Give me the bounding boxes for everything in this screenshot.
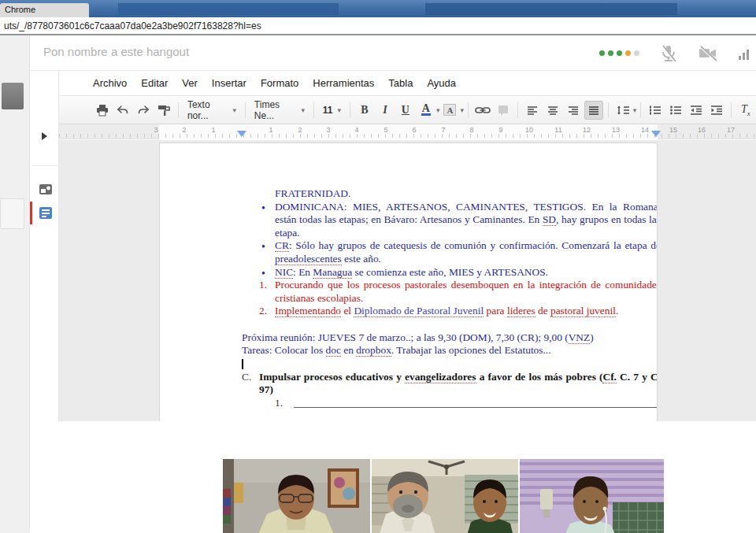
insert-link-button[interactable] xyxy=(473,101,492,120)
doc-bullet-item: DOMINICANA: MIES, ARTESANOS, CAMINANTES,… xyxy=(242,201,658,240)
docs-app-icon[interactable] xyxy=(39,207,52,219)
doc-heading: FRATERNIDAD. xyxy=(275,187,658,201)
capture-app-icon[interactable] xyxy=(39,183,52,198)
window-titlebar[interactable]: Chrome xyxy=(0,0,756,17)
signal-bars-icon xyxy=(739,46,750,61)
align-justify-button[interactable] xyxy=(584,101,603,120)
doc-numbered-item: 1.Procurando que los procesos pastorales… xyxy=(242,279,658,305)
bulleted-list-button[interactable] xyxy=(666,101,685,120)
numbered-list-button[interactable] xyxy=(646,101,665,120)
ruler-number: 15 xyxy=(669,126,677,134)
paragraph-style-dropdown[interactable]: Texto nor...▾ xyxy=(183,101,241,120)
highlight-color-button[interactable]: A xyxy=(440,101,459,120)
video-thumbnail-2[interactable] xyxy=(372,459,518,533)
menu-herramientas[interactable]: Herramientas xyxy=(306,74,381,92)
video-thumbnail-3[interactable] xyxy=(520,459,664,533)
participants-rail xyxy=(0,35,30,533)
active-app-indicator xyxy=(30,202,32,224)
align-left-button[interactable] xyxy=(523,101,542,120)
ruler-number: 2 xyxy=(182,126,186,134)
print-button[interactable] xyxy=(93,101,112,120)
text-cursor xyxy=(242,359,243,369)
menu-archivo[interactable]: Archivo xyxy=(86,74,134,92)
video-thumbnail-1[interactable] xyxy=(223,459,370,533)
menu-ayuda[interactable]: Ayuda xyxy=(420,74,463,92)
connection-dot xyxy=(625,50,631,56)
indent-marker-left[interactable] xyxy=(237,131,246,137)
window-title: Chrome xyxy=(0,3,89,17)
menu-insertar[interactable]: Insertar xyxy=(205,74,254,92)
ruler-number: 14 xyxy=(641,126,649,134)
blank-line xyxy=(294,407,658,408)
hangout-window: Archivo Editar Ver Insertar Formato Herr… xyxy=(0,35,756,529)
bold-button[interactable]: B xyxy=(355,101,374,120)
indent-marker-right[interactable] xyxy=(651,131,661,137)
ruler-number: 9 xyxy=(498,126,502,134)
docs-menubar: Archivo Editar Ver Insertar Formato Herr… xyxy=(59,71,756,95)
participants-center-video xyxy=(372,459,518,533)
expand-panel-icon[interactable] xyxy=(42,132,47,140)
chevron-down-icon: ▾ xyxy=(232,106,236,114)
ruler-number: 4 xyxy=(354,126,358,134)
camera-muted-icon[interactable] xyxy=(698,45,718,62)
connection-quality-indicator xyxy=(599,50,639,56)
background-window-strip xyxy=(425,3,677,15)
address-bar[interactable]: uts/_/8778073601c6c7caaa07da0e2a3be902f7… xyxy=(0,17,756,35)
rail-divider xyxy=(32,165,57,166)
self-video-placeholder[interactable] xyxy=(2,83,24,109)
align-right-button[interactable] xyxy=(564,101,583,120)
ruler-number: 11 xyxy=(554,126,561,134)
undo-button[interactable] xyxy=(113,101,132,120)
screen: Chrome uts/_/8778073601c6c7caaa07da0e2a3… xyxy=(0,0,756,533)
ruler-number: 16 xyxy=(698,126,706,134)
increase-indent-button[interactable] xyxy=(707,101,726,120)
ruler-number: 12 xyxy=(583,126,591,134)
connection-dot xyxy=(617,50,622,56)
docs-toolbar: Texto nor...▾ Times Ne...▾ 11▾ B I U A ▾ xyxy=(59,95,756,124)
paint-format-button[interactable] xyxy=(154,101,173,120)
insert-comment-button[interactable] xyxy=(494,101,513,120)
menu-tabla[interactable]: Tabla xyxy=(381,74,420,92)
chevron-down-icon[interactable]: ▾ xyxy=(436,106,440,114)
document-content: FRATERNIDAD. DOMINICANA: MIES, ARTESANOS… xyxy=(242,187,658,410)
text-color-button[interactable]: A xyxy=(417,101,435,120)
ruler-number: 8 xyxy=(469,126,473,134)
menu-editar[interactable]: Editar xyxy=(134,74,175,92)
doc-section-c: C.Impulsar procesos educativos y evangel… xyxy=(242,371,658,397)
video-filmstrip xyxy=(30,421,756,529)
ruler-number: 1 xyxy=(269,126,272,134)
align-center-button[interactable] xyxy=(543,101,562,120)
ruler-number: 1 xyxy=(211,126,215,134)
chevron-down-icon[interactable]: ▾ xyxy=(460,106,464,114)
doc-cursor-line xyxy=(242,357,658,371)
decrease-indent-button[interactable] xyxy=(687,101,706,120)
underline-button[interactable]: U xyxy=(396,101,415,120)
line-spacing-button[interactable] xyxy=(613,101,632,120)
italic-button[interactable]: I xyxy=(376,101,395,120)
connection-dot xyxy=(599,50,605,56)
rail-footer xyxy=(0,529,30,533)
connection-dot xyxy=(634,50,639,56)
ruler-number: 3 xyxy=(326,126,330,134)
chevron-down-icon[interactable]: ▾ xyxy=(633,106,637,114)
font-family-dropdown[interactable]: Times Ne...▾ xyxy=(250,101,309,120)
ruler-number: 13 xyxy=(612,126,620,134)
menu-formato[interactable]: Formato xyxy=(254,74,306,92)
doc-sub-item: 1. xyxy=(242,397,658,410)
clear-formatting-button[interactable]: Tx xyxy=(736,101,755,120)
hangout-topbar xyxy=(30,35,756,71)
redo-button[interactable] xyxy=(134,101,153,120)
menu-ver[interactable]: Ver xyxy=(175,74,205,92)
participant-left-video xyxy=(223,459,370,533)
font-size-dropdown[interactable]: 11▾ xyxy=(318,101,346,120)
docs-frame: Archivo Editar Ver Insertar Formato Herr… xyxy=(59,71,756,457)
doc-paragraph: Tareas: Colocar los doc en dropbox. Trab… xyxy=(242,344,658,357)
hangout-name-input[interactable] xyxy=(43,45,358,58)
ruler-number: 7 xyxy=(441,126,445,134)
ruler-number: 6 xyxy=(412,126,416,134)
doc-bullet-item: NIC: En Managua se comienza este año, MI… xyxy=(242,266,658,279)
chevron-down-icon: ▾ xyxy=(337,106,341,114)
ruler[interactable]: 321123456789101112131415161718 xyxy=(59,124,756,139)
microphone-muted-icon[interactable] xyxy=(660,44,677,63)
document-page[interactable]: FRATERNIDAD. DOMINICANA: MIES, ARTESANOS… xyxy=(159,143,658,457)
